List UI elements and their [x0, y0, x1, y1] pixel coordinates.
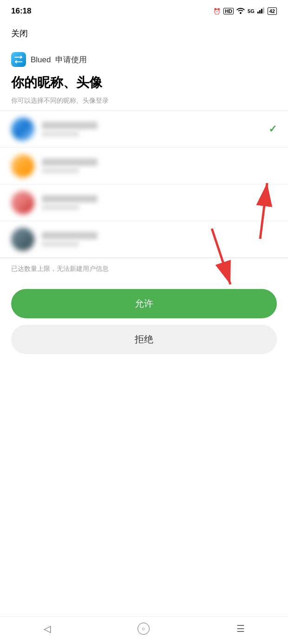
account-info-4 [42, 232, 277, 247]
permission-title: 你的昵称、头像 [0, 71, 288, 94]
svg-rect-3 [261, 9, 262, 13]
app-icon [11, 52, 26, 67]
buttons-section: 允许 拒绝 [0, 280, 288, 361]
account-name-1 [42, 122, 98, 129]
back-button[interactable]: ◁ [44, 623, 51, 634]
allow-button[interactable]: 允许 [11, 289, 277, 318]
account-detail-2 [42, 168, 79, 173]
account-item-2[interactable] [0, 148, 288, 184]
account-info-3 [42, 195, 277, 210]
account-name-2 [42, 158, 98, 166]
signal-icon: 5G [248, 8, 255, 14]
signal-bars-icon [257, 7, 265, 15]
account-item-4[interactable] [0, 221, 288, 258]
deny-button[interactable]: 拒绝 [11, 325, 277, 354]
content-wrapper: 关闭 Blued 申请使用 你的昵称、头像 你可以选择不同的昵称、头像登录 ✓ [0, 20, 288, 427]
check-mark-1: ✓ [268, 123, 277, 135]
permission-subtitle: 你可以选择不同的昵称、头像登录 [0, 94, 288, 111]
app-name: Blued 申请使用 [31, 54, 87, 65]
account-avatar-1 [11, 118, 34, 141]
account-name-4 [42, 232, 98, 239]
account-detail-3 [42, 204, 79, 210]
account-item-1[interactable]: ✓ [0, 111, 288, 148]
account-avatar-4 [11, 228, 34, 251]
account-avatar-2 [11, 154, 34, 177]
alarm-icon: ⏰ [213, 8, 221, 15]
account-name-3 [42, 195, 98, 203]
account-detail-1 [42, 131, 79, 137]
battery-icon: 42 [268, 7, 277, 15]
account-list: ✓ [0, 111, 288, 258]
account-detail-4 [42, 241, 79, 247]
permission-header: Blued 申请使用 [0, 43, 288, 71]
hd-icon: HD [223, 8, 234, 14]
navigation-bar: ◁ ○ ☰ [0, 616, 288, 644]
allow-section: 允许 [11, 289, 277, 325]
account-info-2 [42, 158, 277, 173]
status-time: 16:18 [11, 7, 31, 16]
svg-point-0 [240, 12, 242, 14]
status-icons: ⏰ HD 5G 42 [213, 7, 277, 15]
svg-rect-1 [257, 12, 259, 13]
close-button[interactable]: 关闭 [0, 20, 288, 43]
account-info-1 [42, 122, 277, 137]
svg-rect-2 [259, 10, 261, 13]
account-item-3[interactable] [0, 184, 288, 221]
menu-button[interactable]: ☰ [236, 623, 245, 634]
limit-text: 已达数量上限，无法新建用户信息 [0, 258, 288, 280]
svg-rect-4 [263, 7, 264, 13]
spacer [0, 361, 288, 389]
account-avatar-3 [11, 191, 34, 214]
status-bar: 16:18 ⏰ HD 5G 42 [0, 0, 288, 20]
home-button[interactable]: ○ [137, 623, 150, 635]
wifi-icon [236, 7, 245, 15]
